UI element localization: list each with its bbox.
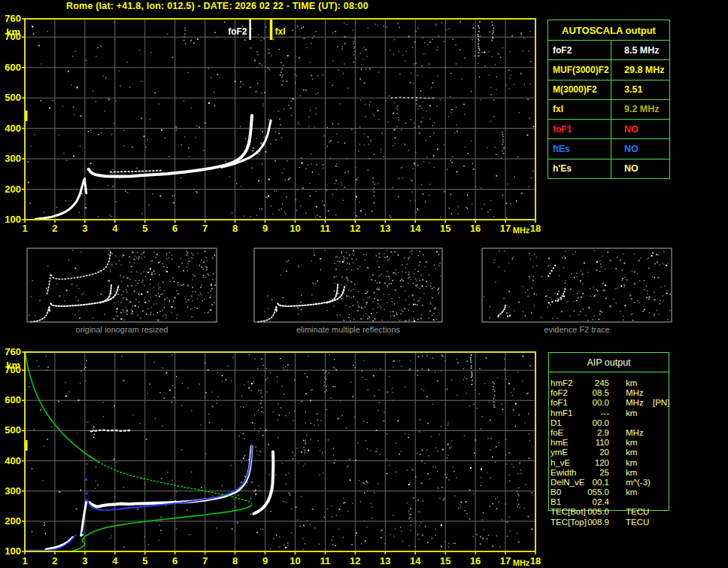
aip-row: foE2.9MHz (548, 428, 682, 438)
aip-field-name: B0 (551, 488, 585, 497)
aip-field-value: 25 (585, 468, 609, 478)
aip-column-gap (609, 418, 626, 428)
y-tick-label: 600 (5, 62, 21, 73)
aip-field-extra (653, 428, 682, 438)
aip-field-value: 00.1 (585, 478, 609, 488)
aip-row: h_vE120km (548, 458, 682, 468)
aip-column-gap (609, 398, 626, 408)
aip-row: TEC[Bot]005.0TECU (548, 507, 682, 517)
aip-column-gap (609, 388, 626, 398)
x-tick-label: 18 (530, 223, 541, 234)
autoscala-param-value: 3.51 (611, 80, 669, 99)
aip-column-gap (609, 448, 626, 457)
foF2-label: foF2 (228, 26, 247, 37)
aip-row: hmF2245km (548, 378, 682, 388)
autoscala-param-label: M(3000)F2 (548, 80, 611, 99)
aip-field-extra (653, 468, 682, 478)
autoscala-row-MUF3000F2: MUF(3000)F2 29.8 MHz (548, 60, 669, 80)
y-tick-label: 200 (5, 184, 21, 195)
page-title: Rome (lat: +41.8, lon: 012.5) - DATE: 20… (66, 1, 369, 11)
autoscala-param-label: foF1 (548, 120, 611, 138)
x-axis-unit: MHz (513, 226, 530, 235)
aip-field-unit: TECU (626, 518, 653, 527)
x-tick-label: 10 (290, 223, 300, 234)
x-tick-label: 8 (232, 555, 238, 566)
x-tick-label: 13 (380, 223, 390, 234)
aip-field-extra (653, 488, 682, 497)
x-tick-label: 11 (320, 223, 331, 234)
aip-column-gap (609, 409, 626, 418)
aip-column-gap (609, 438, 626, 448)
autoscala-param-value: NO (611, 139, 669, 158)
x-tick-label: 12 (350, 555, 360, 566)
aip-row: DelN_vE00.1m^(-3) (548, 478, 682, 488)
autoscala-table-title: AUTOSCALA output (548, 20, 669, 41)
panel-original-ionogram (27, 248, 217, 322)
x-tick-label: 9 (262, 555, 268, 566)
aip-field-unit (626, 418, 653, 428)
aip-column-gap (609, 428, 626, 438)
aip-row: foF100.0MHz[PN] (548, 398, 682, 408)
autoscala-row-M3000F2: M(3000)F2 3.51 (548, 80, 669, 100)
aip-field-name: TEC[Bot] (551, 507, 585, 517)
aip-field-extra: [PN] (653, 398, 682, 408)
aip-column-gap (609, 497, 626, 507)
aip-field-unit: km (626, 458, 653, 468)
aip-field-extra (653, 418, 682, 428)
aip-field-extra (653, 388, 682, 398)
aip-field-name: DelN_vE (551, 478, 585, 488)
x-tick-label: 13 (380, 555, 390, 566)
aip-row: ymE20km (548, 448, 682, 457)
x-tick-label: 7 (202, 555, 208, 566)
x-tick-label: 3 (82, 555, 87, 566)
aip-field-name: hmE (551, 438, 585, 448)
aip-field-value: 2.9 (585, 428, 609, 438)
top-ionogram-plot: foF2fxI123456789101112131415161718MHz760… (5, 13, 541, 235)
x-tick-label: 12 (350, 223, 360, 234)
aip-field-value: 00.0 (585, 418, 609, 428)
aip-column-gap (609, 478, 626, 488)
x-tick-label: 1 (22, 555, 27, 566)
autoscala-row-foF1: foF1 NO (548, 120, 669, 139)
y-tick-label: 500 (5, 92, 21, 103)
x-tick-label: 16 (470, 555, 481, 566)
y-tick-label: 300 (5, 485, 21, 497)
aip-field-unit: km (626, 448, 653, 457)
aip-field-unit: MHz (626, 428, 653, 438)
aip-field-extra (653, 378, 682, 388)
aip-field-name: TEC[Top] (551, 518, 585, 527)
x-tick-label: 6 (172, 555, 177, 566)
aip-field-unit (626, 497, 653, 507)
foF2-marker: foF2 (228, 19, 250, 40)
autoscala-row-fxI: fxI 9.2 MHz (548, 100, 669, 120)
y-tick-label: 100 (5, 214, 21, 225)
aip-column-gap (609, 507, 626, 517)
aip-row: hmF1---km (548, 409, 682, 418)
y-tick-label: 400 (5, 123, 21, 134)
aip-field-value: 02.4 (585, 497, 609, 507)
x-tick-label: 9 (262, 223, 268, 234)
x-tick-label: 14 (410, 555, 421, 566)
aip-table-title: AIP output (549, 353, 669, 372)
aip-field-name: hmF1 (551, 409, 585, 418)
x-tick-label: 17 (500, 223, 511, 234)
x-tick-label: 14 (410, 223, 421, 234)
autoscala-param-label: MUF(3000)F2 (548, 60, 611, 79)
aip-field-value: 120 (585, 458, 609, 468)
aip-field-unit: MHz (626, 398, 653, 408)
aip-column-gap (609, 518, 626, 527)
autoscala-row-foF2: foF2 8.5 MHz (548, 41, 669, 60)
autoscala-param-value: 29.8 MHz (611, 60, 669, 79)
x-tick-label: 5 (142, 555, 147, 566)
reconstructed-ionogram-plot: 123456789101112131415161718MHz7607006005… (5, 346, 541, 567)
aip-field-name: D1 (551, 418, 585, 428)
x-tick-label: 6 (172, 223, 177, 234)
aip-field-extra (653, 409, 682, 418)
aip-row: B0055.0km (548, 488, 682, 497)
aip-column-gap (609, 468, 626, 478)
x-tick-label: 15 (440, 555, 450, 566)
panel-caption-evidence: evidence F2 trace (482, 325, 672, 334)
x-tick-label: 16 (470, 223, 481, 234)
aip-row: hmE110km (548, 438, 682, 448)
aip-field-unit: km (626, 378, 653, 388)
